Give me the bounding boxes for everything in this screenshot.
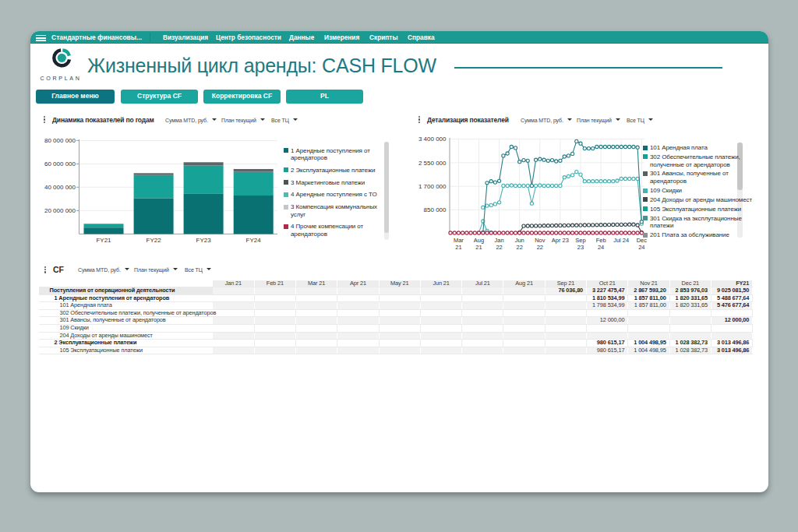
svg-text:Jul 24: Jul 24 (613, 237, 629, 244)
svg-text:21: 21 (455, 244, 461, 251)
svg-text:Feb: Feb (596, 237, 606, 244)
svg-text:Aug: Aug (474, 237, 484, 244)
svg-text:24: 24 (638, 244, 644, 251)
svg-text:80 000 000: 80 000 000 (44, 137, 76, 144)
svg-text:Mar: Mar (454, 237, 464, 244)
svg-text:FY24: FY24 (246, 237, 262, 244)
svg-text:23: 23 (577, 244, 584, 251)
svg-text:Apr 23: Apr 23 (552, 237, 569, 244)
svg-text:Jan: Jan (495, 237, 504, 244)
svg-text:850 000: 850 000 (424, 206, 447, 213)
svg-text:22: 22 (496, 244, 502, 251)
svg-text:3 400 000: 3 400 000 (418, 136, 447, 143)
svg-text:1 700 000: 1 700 000 (418, 183, 447, 190)
svg-text:22: 22 (517, 244, 523, 251)
svg-text:Nov: Nov (535, 237, 546, 244)
svg-text:Sep: Sep (575, 237, 585, 244)
svg-text:24: 24 (598, 244, 604, 251)
svg-text:22: 22 (537, 244, 543, 251)
svg-text:21: 21 (475, 244, 482, 251)
svg-text:FY21: FY21 (96, 237, 111, 244)
svg-text:40 000 000: 40 000 000 (44, 184, 76, 191)
svg-text:60 000 000: 60 000 000 (44, 160, 76, 167)
svg-text:2 550 000: 2 550 000 (418, 160, 447, 167)
svg-text:20 000 000: 20 000 000 (44, 207, 76, 214)
svg-text:FY22: FY22 (147, 237, 162, 244)
svg-text:FY23: FY23 (196, 237, 212, 244)
svg-text:Jun: Jun (515, 237, 524, 244)
